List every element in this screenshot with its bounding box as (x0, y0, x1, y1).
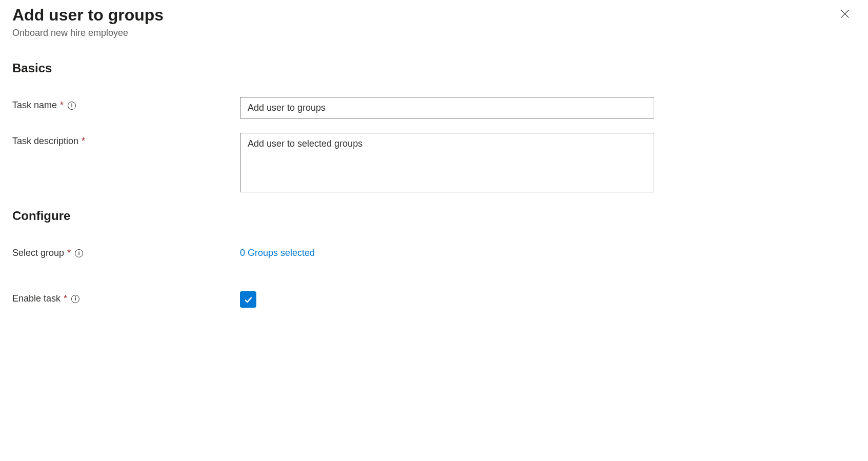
info-icon[interactable]: i (68, 102, 76, 110)
required-indicator: * (82, 136, 85, 147)
task-name-label: Task name (12, 100, 57, 111)
configure-section-title: Configure (12, 209, 856, 223)
task-description-input[interactable] (240, 133, 654, 192)
enable-task-label: Enable task (12, 293, 60, 304)
required-indicator: * (60, 100, 64, 111)
select-group-label: Select group (12, 248, 64, 258)
task-name-input[interactable] (240, 97, 654, 118)
basics-section-title: Basics (12, 61, 856, 75)
enable-task-checkbox[interactable] (240, 291, 256, 308)
page-subtitle: Onboard new hire employee (12, 28, 164, 38)
info-icon[interactable]: i (71, 295, 79, 303)
close-icon (839, 8, 851, 19)
required-indicator: * (67, 248, 71, 258)
checkmark-icon (243, 294, 253, 305)
page-title: Add user to groups (12, 5, 164, 25)
required-indicator: * (64, 293, 67, 304)
select-group-link[interactable]: 0 Groups selected (240, 245, 315, 258)
close-button[interactable] (836, 5, 854, 24)
task-description-label: Task description (12, 136, 78, 147)
info-icon[interactable]: i (75, 249, 83, 257)
